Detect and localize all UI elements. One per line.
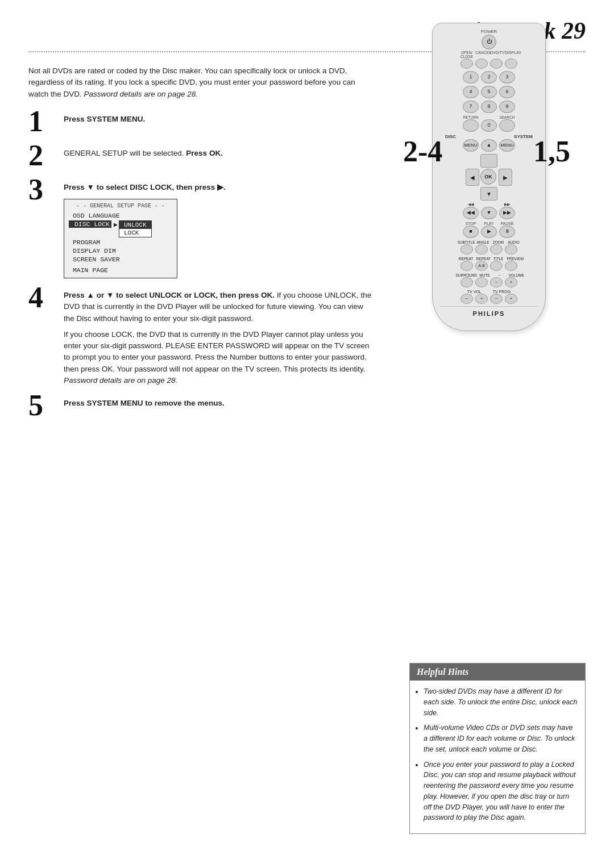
intro-paragraph: Not all DVDs are rated or coded by the D… <box>28 66 355 98</box>
num-row-2: 4 5 6 <box>439 86 538 98</box>
hint-item-1: Two-sided DVDs may have a different ID f… <box>424 686 578 718</box>
step-3-number: 3 <box>28 175 57 205</box>
angle-button[interactable] <box>475 244 488 254</box>
surround-row-labels: SURROUND MUTE − VOLUME <box>439 273 538 277</box>
step-5-text: Press SYSTEM MENU to remove the menus. <box>64 399 225 407</box>
menu-item-arrow: ▶ <box>114 220 118 228</box>
ab-button[interactable]: A-B <box>475 261 488 271</box>
play-button[interactable]: ▶ <box>481 226 497 238</box>
tv-prog-plus[interactable]: + <box>505 294 517 304</box>
nav-empty-tl <box>466 154 479 168</box>
btn-9[interactable]: 9 <box>499 101 515 113</box>
menu-item-displaydim: DISPLAY DIM <box>69 247 172 255</box>
helpful-hints-title: Helpful Hints <box>410 663 585 681</box>
zoom-button[interactable] <box>490 244 503 254</box>
display-button[interactable] <box>505 59 517 69</box>
step-3: 3 Press ▼ to select DISC LOCK, then pres… <box>28 180 375 278</box>
btn-4[interactable]: 4 <box>463 86 479 98</box>
nav-empty-br <box>499 187 512 201</box>
top-buttons-row <box>439 59 538 69</box>
play-label: PLAY <box>481 222 497 226</box>
stop-button[interactable]: ■ <box>463 226 479 238</box>
subtitle-button[interactable] <box>460 244 473 254</box>
dvdtv-button[interactable] <box>490 59 503 69</box>
menu-item-screensaver: SCREEN SAVER <box>69 255 172 264</box>
angle-label: ANGLE <box>476 240 490 244</box>
transport1-row: ◀◀ ▼ ▶▶ <box>439 207 538 219</box>
num-row-3: 7 8 9 <box>439 101 538 113</box>
step-1-content: Press SYSTEM MENU. <box>57 111 375 125</box>
btn-6[interactable]: 6 <box>499 86 515 98</box>
mute-button[interactable] <box>475 277 488 287</box>
nav-empty-tr <box>499 154 512 168</box>
title-button[interactable] <box>490 261 503 271</box>
repeat-label: REPEAT <box>458 257 475 261</box>
nav-up-btn[interactable] <box>480 154 497 168</box>
submenu-box: UNLOCK LOCK <box>119 220 152 237</box>
btn-1[interactable]: 1 <box>463 71 479 84</box>
display-label: DISPLAY <box>505 51 517 59</box>
disc-menu-button[interactable]: MENU <box>463 139 479 152</box>
power-button[interactable]: ⏻ <box>482 35 496 49</box>
down2-button[interactable]: ▼ <box>481 207 497 219</box>
repeat-button[interactable] <box>460 261 473 271</box>
cancel-label: CANCEL <box>475 51 488 59</box>
up-button[interactable]: ▲ <box>481 139 497 152</box>
btn-7[interactable]: 7 <box>463 101 479 113</box>
preview-button[interactable] <box>505 261 517 271</box>
tv-vol-label: TV VOL <box>467 290 482 294</box>
vol-spacer-label: − <box>493 273 507 277</box>
step-2-number: 2 <box>28 141 57 170</box>
btn-5[interactable]: 5 <box>481 86 497 98</box>
audio-button[interactable] <box>505 244 517 254</box>
btn-8[interactable]: 8 <box>481 101 497 113</box>
left-column: Not all DVDs are rated or coded by the D… <box>28 23 392 845</box>
nav-right-btn[interactable]: ▶ <box>499 169 512 186</box>
vol-minus-button[interactable]: − <box>490 277 503 287</box>
down-label <box>481 202 497 207</box>
menu-item-osd: OSD LANGUAGE <box>69 211 172 220</box>
step-1-number: 1 <box>28 107 57 136</box>
open-close-button[interactable] <box>460 59 473 69</box>
nav-ok-btn[interactable]: OK <box>480 169 496 185</box>
step-2: 2 GENERAL SETUP will be selected. Press … <box>28 145 375 170</box>
vol-plus-button[interactable]: + <box>505 277 517 287</box>
mute-label: MUTE <box>478 273 492 277</box>
nav-down-btn[interactable]: ▼ <box>480 187 497 201</box>
btn-0[interactable]: 0 <box>481 119 497 132</box>
search-button[interactable] <box>499 119 515 132</box>
tv-prog-label: TV PROG <box>493 290 511 294</box>
menu-item-disclock-label: DISC LOCK <box>69 220 111 228</box>
menu-item-mainpage: MAIN PAGE <box>69 266 172 274</box>
step-4-content: Press ▲ or ▼ to select UNLOCK or LOCK, t… <box>57 287 375 386</box>
surround-button[interactable] <box>460 277 473 287</box>
zoom-label: ZOOM <box>492 240 505 244</box>
pause-button[interactable]: ⏸ <box>499 226 515 238</box>
helpful-hints-box: Helpful Hints Two-sided DVDs may have a … <box>409 663 586 834</box>
step-4-text: Press ▲ or ▼ to select UNLOCK or LOCK, t… <box>64 290 375 324</box>
system-menu-button[interactable]: MENU <box>499 139 515 152</box>
tv-vol-minus[interactable]: − <box>460 294 473 304</box>
top-button-labels: OPEN/CLOSE CANCEL DVD/TV DISPLAY <box>439 51 538 59</box>
btn-3[interactable]: 3 <box>499 71 515 84</box>
tv-row: − + − + <box>439 294 538 304</box>
step-5: 5 Press SYSTEM MENU to remove the menus. <box>28 395 375 420</box>
remote-control: POWER ⏻ OPEN/CLOSE CANCEL DVD/TV DISPLAY <box>432 23 546 331</box>
system-label: SYSTEM <box>514 134 533 139</box>
preview-label: PREVIEW <box>507 257 521 261</box>
step-1: 1 Press SYSTEM MENU. <box>28 111 375 136</box>
btn-2[interactable]: 2 <box>481 71 497 84</box>
step-4-number: 4 <box>28 283 57 312</box>
nav-left-btn[interactable]: ◀ <box>466 169 479 186</box>
tv-vol-plus[interactable]: + <box>475 294 488 304</box>
rewind-button[interactable]: ◀◀ <box>463 207 479 219</box>
nav-cross-container: ◀ OK ▶ ▼ <box>439 154 538 201</box>
cancel-button[interactable] <box>475 59 488 69</box>
tv-prog-minus[interactable]: − <box>490 294 503 304</box>
power-label: POWER <box>439 29 538 34</box>
intro-text: Not all DVDs are rated or coded by the D… <box>28 65 358 100</box>
return-button[interactable] <box>463 119 479 132</box>
stop-label: STOP <box>463 222 479 226</box>
pause-label: PAUSE <box>499 222 515 226</box>
ffwd-button[interactable]: ▶▶ <box>499 207 515 219</box>
